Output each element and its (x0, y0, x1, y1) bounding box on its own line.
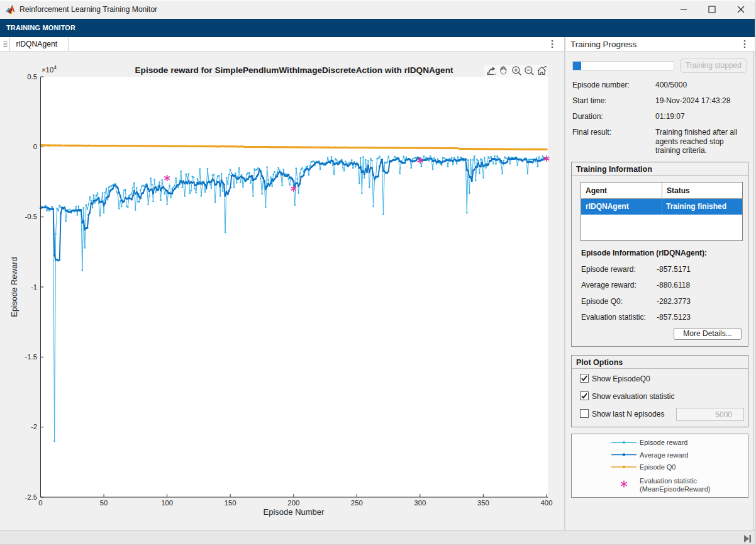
svg-text:Episode reward: Episode reward (640, 439, 687, 446)
svg-text:-1: -1 (31, 283, 37, 291)
svg-text:300: 300 (414, 499, 426, 507)
svg-text:-1.5: -1.5 (25, 353, 37, 361)
svg-text:400: 400 (541, 499, 553, 507)
svg-text:-0.5: -0.5 (25, 213, 37, 220)
svg-text:0.5: 0.5 (27, 73, 37, 81)
svg-text:350: 350 (477, 499, 489, 507)
svg-text:Episode reward for SimplePendl: Episode reward for SimplePendlumWithImag… (135, 65, 453, 75)
svg-text:150: 150 (225, 499, 236, 507)
svg-text:-2: -2 (31, 423, 37, 430)
svg-text:250: 250 (351, 499, 363, 507)
svg-text:Episode Q0: Episode Q0 (640, 463, 675, 471)
svg-text:100: 100 (161, 499, 173, 507)
svg-text:Evaluation statistic: Evaluation statistic (640, 477, 698, 485)
svg-text:-2.5: -2.5 (25, 493, 37, 501)
svg-text:200: 200 (287, 499, 299, 507)
svg-text:(MeanEpisodeReward): (MeanEpisodeReward) (640, 485, 711, 493)
svg-text:Episode Reward: Episode Reward (9, 257, 19, 317)
svg-text:Episode Number: Episode Number (264, 507, 325, 517)
svg-text:0: 0 (33, 143, 37, 150)
svg-text:×104: ×104 (42, 64, 57, 74)
svg-text:Average reward: Average reward (640, 451, 688, 459)
svg-text:50: 50 (100, 499, 108, 507)
svg-text:0: 0 (38, 499, 42, 507)
